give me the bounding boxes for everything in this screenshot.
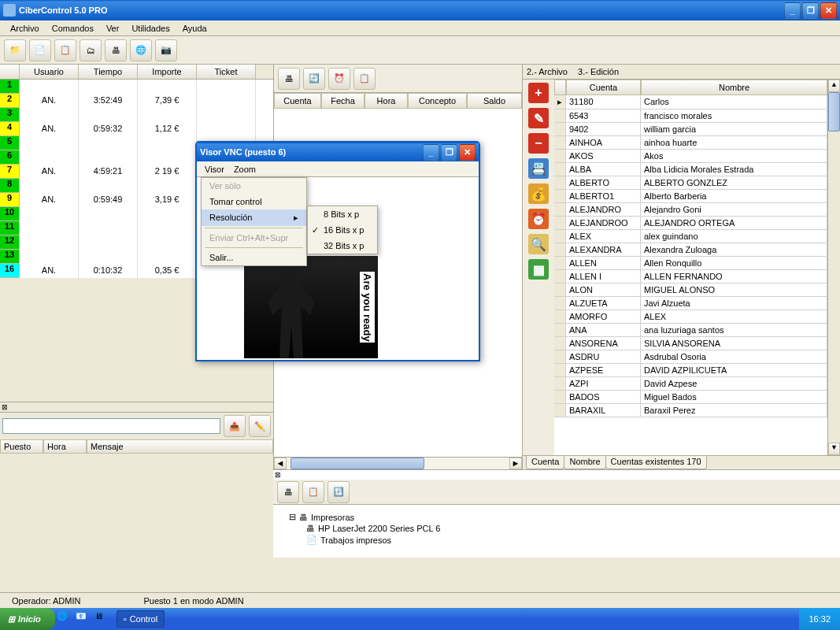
edit-icon[interactable]: ✎ [528,108,549,128]
col-importe[interactable]: Importe [138,65,197,79]
vnc-close-button[interactable]: ✕ [459,144,476,161]
delete-icon[interactable]: − [528,133,549,154]
scroll-up-icon[interactable]: ▲ [828,80,840,92]
acct-col-cuenta[interactable]: Cuenta [566,80,641,95]
col-usuario[interactable]: Usuario [20,65,79,79]
quick-icon-1[interactable]: 🌐 [57,611,72,627]
account-row[interactable]: ALEXANDRA Alexandra Zuloaga [554,243,827,257]
menu-ayuda[interactable]: Ayuda [176,22,213,35]
menu-utilidades[interactable]: Utilidades [125,22,176,35]
tree-jobs[interactable]: 📄 Trabajos impresos [306,534,824,546]
mid-col-concepto[interactable]: Concepto [408,93,467,109]
add-icon[interactable]: + [528,83,549,103]
mid-clock-icon[interactable]: ⏰ [328,68,350,90]
account-row[interactable]: ▸ 31180 Carlos [554,95,827,109]
accounts-vscroll[interactable]: ▲ ▼ [827,80,840,455]
grid-icon[interactable]: ▦ [528,259,549,280]
toolbar-btn-7[interactable]: 📷 [155,39,177,61]
scroll-thumb[interactable] [290,458,424,469]
submenu-32bit[interactable]: 32 Bits x p [308,238,377,254]
toolbar-btn-5[interactable]: 🖶 [105,39,127,61]
close-button[interactable]: ✕ [820,2,837,19]
col-ticket[interactable]: Ticket [197,65,256,79]
session-row[interactable]: 1 [0,80,273,94]
toolbar-btn-1[interactable]: 📁 [4,39,26,61]
menu-resolucion[interactable]: Resolución▸ [202,209,306,226]
msg-col-puesto[interactable]: Puesto [0,439,43,454]
vnc-menu-visor[interactable]: Visor [200,163,229,176]
toolbar-btn-3[interactable]: 📋 [54,39,76,61]
session-row[interactable]: 4 AN. 0:59:32 1,12 € [0,122,273,136]
account-row[interactable]: ALEJANDROO ALEJANDRO ORTEGA [554,217,827,230]
session-row[interactable]: 2 AN. 3:52:49 7,39 € [0,94,273,108]
account-row[interactable]: ALLEN I ALLEN FERNANDO [554,270,827,284]
submenu-16bit[interactable]: 16 Bits x p [308,222,377,238]
account-row[interactable]: ALEJANDRO Alejandro Goni [554,203,827,217]
mid-print-icon[interactable]: 🖶 [278,68,300,90]
account-row[interactable]: ANSORENA SILVIA ANSORENA [554,337,827,350]
money-icon[interactable]: 💰 [528,183,549,204]
vnc-menu-zoom[interactable]: Zoom [229,163,261,176]
card-icon[interactable]: 📇 [528,158,549,179]
mid-hscroll[interactable]: ◄ ► [274,457,522,469]
tree-root[interactable]: ⊟ 🖶 Impresoras [289,511,824,523]
menu-tomar-control[interactable]: Tomar control [202,194,306,209]
print-list-icon[interactable]: 📋 [302,481,324,503]
alarm-icon[interactable]: ⏰ [528,209,549,229]
account-row[interactable]: BARAXIL Baraxil Perez [554,404,827,417]
vnc-minimize-button[interactable]: _ [423,144,439,161]
print-icon[interactable]: 🖶 [277,481,299,503]
account-row[interactable]: 6543 francisco morales [554,109,827,123]
scroll-right-icon[interactable]: ► [509,458,522,469]
col-tiempo[interactable]: Tiempo [79,65,138,79]
accounts-menu-archivo[interactable]: 2.- Archivo [527,67,568,76]
toolbar-btn-2[interactable]: 📄 [29,39,51,61]
mid-col-fecha[interactable]: Fecha [321,93,364,109]
account-row[interactable]: ALLEN Allen Ronquillo [554,257,827,270]
message-input[interactable] [2,418,220,434]
menu-ver[interactable]: Ver [100,22,126,35]
vnc-maximize-button[interactable]: ❐ [441,144,457,161]
account-row[interactable]: 9402 william garcia [554,123,827,136]
menu-archivo[interactable]: Archivo [4,22,46,35]
mid-col-saldo[interactable]: Saldo [467,93,522,109]
vscroll-thumb[interactable] [828,92,840,132]
mid-col-hora[interactable]: Hora [364,93,408,109]
print-refresh-icon[interactable]: 🔃 [327,481,350,503]
account-row[interactable]: ANA ana luzuriaga santos [554,324,827,337]
session-row[interactable]: 3 [0,108,273,122]
account-row[interactable]: ALBERTO ALBERTO GONZLEZ [554,176,827,190]
acct-col-nombre[interactable]: Nombre [641,80,827,95]
vnc-titlebar[interactable]: Visor VNC (puesto 6) _ ❐ ✕ [197,143,479,161]
msg-col-mensaje[interactable]: Mensaje [87,439,273,454]
account-row[interactable]: ALEX alex guindano [554,230,827,243]
account-row[interactable]: AZPESE DAVID AZPILICUETA [554,364,827,377]
account-row[interactable]: ALBERTO1 Alberto Barberia [554,190,827,203]
scroll-left-icon[interactable]: ◄ [274,458,287,469]
toolbar-btn-4[interactable]: 🗂 [80,39,102,61]
mid-list-icon[interactable]: 📋 [353,68,376,90]
tab-existentes[interactable]: Cuentas existentes 170 [605,456,707,469]
account-row[interactable]: AMORFO ALEX [554,310,827,324]
mid-refresh-icon[interactable]: 🔄 [303,68,325,90]
quick-icon-3[interactable]: 🖥 [94,611,110,627]
clock[interactable]: 16:32 [799,608,840,630]
tree-device[interactable]: 🖶 HP LaserJet 2200 Series PCL 6 [306,523,824,534]
account-row[interactable]: AZPI David Azpese [554,377,827,391]
account-row[interactable]: BADOS Miguel Bados [554,391,827,404]
msg-col-hora[interactable]: Hora [43,439,87,454]
maximize-button[interactable]: ❐ [802,2,819,19]
menu-comandos[interactable]: Comandos [46,22,100,35]
minimize-button[interactable]: _ [784,2,801,19]
task-control[interactable]: ▫ Control [117,610,165,628]
account-row[interactable]: ALZUETA Javi Alzueta [554,297,827,310]
account-row[interactable]: AKOS Akos [554,150,827,163]
search-icon[interactable]: 🔍 [528,234,549,254]
account-row[interactable]: AINHOA ainhoa huarte [554,136,827,150]
accounts-menu-edicion[interactable]: 3.- Edición [578,67,619,76]
submenu-8bit[interactable]: 8 Bits x p [308,206,377,222]
quick-icon-2[interactable]: 📧 [76,611,91,627]
account-row[interactable]: ALON MIGUEL ALONSO [554,284,827,297]
tab-nombre[interactable]: Nombre [564,456,605,469]
toolbar-btn-6[interactable]: 🌐 [130,39,152,61]
